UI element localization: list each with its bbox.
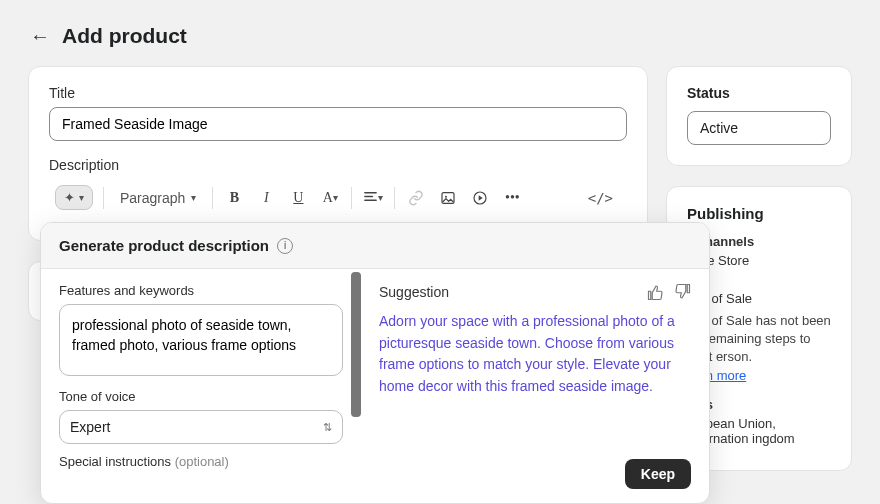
ai-popover: Generate product description i Features … [40,222,710,504]
ai-popover-header: Generate product description i [41,223,709,269]
title-input[interactable] [49,107,627,141]
suggestion-label: Suggestion [379,284,449,300]
tone-value: Expert [70,419,110,435]
chevron-down-icon: ▾ [333,192,338,203]
divider [351,187,352,209]
video-button[interactable] [469,187,491,209]
text-color-button[interactable]: A▾ [319,187,341,209]
chevron-down-icon: ▾ [79,192,84,203]
info-icon[interactable]: i [277,238,293,254]
publishing-heading: Publishing [687,205,831,222]
svg-rect-0 [442,192,454,203]
align-button[interactable]: ▾ [362,187,384,209]
html-button[interactable]: </> [580,190,621,206]
paragraph-label: Paragraph [120,190,185,206]
thumbs-down-icon[interactable] [673,283,691,301]
ai-popover-right: Suggestion Adorn your space with a profe… [361,269,709,503]
status-select[interactable]: Active [687,111,831,145]
tone-label: Tone of voice [59,389,343,404]
divider [103,187,104,209]
bold-button[interactable]: B [223,187,245,209]
more-button[interactable]: ••• [501,187,523,209]
features-label: Features and keywords [59,283,343,298]
image-button[interactable] [437,187,459,209]
thumbs-up-icon[interactable] [647,283,665,301]
stepper-icon: ⇅ [323,421,332,434]
scrollbar[interactable] [351,272,361,417]
ai-popover-left: Features and keywords Tone of voice Expe… [41,269,361,503]
chevron-down-icon: ▾ [191,192,196,203]
status-card: Status Active [666,66,852,166]
tone-select[interactable]: Expert ⇅ [59,410,343,444]
rte-toolbar: ✦ ▾ Paragraph ▾ B I U A▾ ▾ [49,179,627,220]
paragraph-select[interactable]: Paragraph ▾ [114,186,202,210]
description-label: Description [49,157,627,173]
page-title: Add product [62,24,187,48]
link-button[interactable] [405,187,427,209]
divider [394,187,395,209]
svg-point-1 [445,195,447,197]
special-instructions-label: Special instructions (optional) [59,454,343,469]
divider [212,187,213,209]
back-arrow-icon[interactable]: ← [30,26,50,46]
sparkle-icon: ✦ [64,190,75,205]
ai-popover-title: Generate product description [59,237,269,254]
page-header: ← Add product [0,0,880,66]
keep-button[interactable]: Keep [625,459,691,489]
product-card: Title Description ✦ ▾ Paragraph ▾ B I U … [28,66,648,241]
underline-button[interactable]: U [287,187,309,209]
status-label: Status [687,85,831,101]
ai-generate-button[interactable]: ✦ ▾ [55,185,93,210]
suggestion-text: Adorn your space with a professional pho… [379,311,691,449]
features-textarea[interactable] [59,304,343,376]
italic-button[interactable]: I [255,187,277,209]
svg-point-2 [474,192,486,204]
title-label: Title [49,85,627,101]
chevron-down-icon: ▾ [378,192,383,203]
